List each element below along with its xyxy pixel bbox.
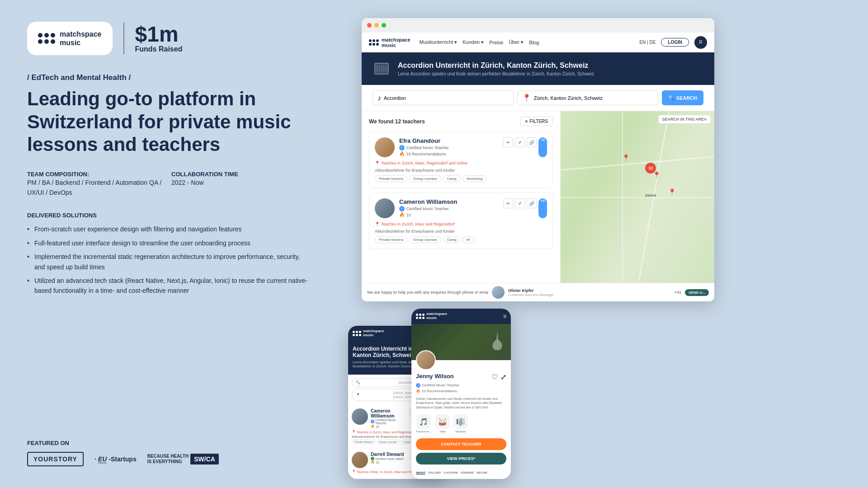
contact-info: Olivier Kipfer Customer Success Manager [508, 288, 671, 297]
funds-amount: $1m [135, 23, 183, 45]
hero-title: Accordion Unterricht in Zürich, Kanton Z… [398, 61, 594, 70]
teacher-location: 📍 Teaches in Zurich, Maur, Regensdorf an… [375, 161, 547, 165]
solutions-list: From-scratch user experience design with… [27, 224, 312, 296]
swica-logo: BECAUSE HEALTHIS EVERYTHING SW/CA [147, 454, 219, 465]
strip-text: We are happy to help you with any enquir… [367, 290, 488, 295]
link-icon[interactable]: 🔗 [527, 198, 537, 208]
teacher-description: Akkordeonlehrer für Erwachsene und Kinde… [375, 229, 547, 234]
avatar [375, 198, 395, 218]
instrument-item: 🥁 Tabla [435, 414, 450, 433]
map-pin[interactable]: 📍 [653, 171, 660, 178]
lang-selector[interactable]: EN | DE [639, 40, 656, 45]
teacher-cover-image [411, 324, 511, 360]
tab-courses[interactable]: COURSES [461, 471, 474, 474]
logo-text: matchspace music [60, 30, 102, 47]
featured-label: FEATURED ON [27, 440, 312, 446]
avatar [416, 350, 436, 370]
contact-teacher-button[interactable]: CONTACT TEACHER [416, 438, 506, 450]
right-panel: matchspacemusic Musikunterricht ▾ Kunden… [339, 0, 868, 488]
map-pin[interactable]: 📍 [622, 154, 630, 161]
instrument-search[interactable]: ♪ [373, 90, 514, 105]
tag[interactable]: Group courses [409, 175, 441, 182]
tag[interactable]: Private lessons [375, 175, 407, 182]
heart-icon[interactable]: ♡ [491, 373, 498, 381]
hero-banner: Accordion Unterricht in Zürich, Kanton Z… [362, 52, 714, 85]
map-city-label: Zürich [645, 193, 656, 197]
view-prices-button[interactable]: VIEW PRICES* [416, 453, 506, 465]
nav-preise[interactable]: Preise [489, 40, 503, 45]
tab-recommendations[interactable]: RECOM... [476, 471, 489, 474]
results-list: We found 12 teachers ≡ FILTERS [362, 111, 561, 283]
contact-strip: We are happy to help you with any enquir… [362, 283, 714, 301]
mobile-right-mockup: matchspacemusic ≡ Jenny Wilson [411, 309, 511, 479]
logo-section: matchspace music $1m Funds Raised [27, 22, 312, 55]
instruments-row: 🎵 Transverse... 🥁 Tabla 🎼 Steelpan [416, 414, 506, 433]
list-item: From-scratch user experience design with… [27, 224, 312, 234]
teacher-description: Akkordeonlehrer für Erwachsene und Kinde… [375, 168, 547, 173]
filters-button[interactable]: ≡ FILTERS [520, 117, 553, 126]
instrument-silhouette [488, 328, 506, 356]
list-item: Utilized an advanced tech stack (React N… [27, 276, 312, 296]
map-pin[interactable]: 📍 [668, 188, 676, 196]
location-search[interactable]: 📍 [517, 90, 658, 105]
table-row[interactable]: Efra Ghandour ✓ Certified Music Teacher … [369, 131, 553, 188]
nav-musikunterricht[interactable]: Musikunterricht ▾ [420, 39, 458, 45]
tag[interactable]: Group courses [409, 236, 441, 243]
close-icon [367, 23, 372, 28]
verified-icon: ✓ [371, 457, 374, 460]
edit-icon[interactable]: ✐ [515, 137, 525, 147]
edit-icon[interactable]: ✐ [515, 198, 525, 208]
map-panel: 📍 📍 📍 12 SEARCH IN THIS AREA Zürich [561, 111, 714, 283]
teacher-name: Cameron Williamson [399, 198, 457, 205]
team-section: TEAM COMPOSITION: PM / BA / Backend / Fr… [27, 171, 168, 198]
register-button[interactable]: R [694, 36, 707, 49]
map-search-button[interactable]: SEARCH IN THIS AREA [658, 115, 711, 124]
tag[interactable]: Private lessons [375, 236, 407, 243]
search-button[interactable]: 🔍 SEARCH [662, 90, 703, 105]
tag[interactable]: W [462, 236, 474, 243]
expand-icon [382, 23, 386, 28]
avatar [352, 452, 368, 468]
contact-avatar [492, 286, 505, 299]
collab-value: 2022 - Now [171, 178, 312, 188]
certified-icon: ✓ [399, 145, 405, 150]
certified-icon: ✓ [371, 420, 374, 423]
nav-kunden[interactable]: Kunden ▾ [462, 39, 484, 45]
tag[interactable]: Workshop [462, 175, 487, 182]
app-navbar: matchspacemusic Musikunterricht ▾ Kunden… [362, 33, 714, 52]
tag[interactable]: Camp [443, 175, 461, 182]
main-title: Leading go-to platform in Switzerland fo… [27, 88, 312, 156]
list-item: Full-featured user interface design to s… [27, 238, 312, 248]
pencil-icon[interactable]: ✏ [503, 198, 513, 208]
login-button[interactable]: LOGIN [661, 38, 689, 47]
minimize-icon [374, 23, 379, 28]
nav-ueber[interactable]: Über ▾ [509, 39, 524, 45]
tab-location[interactable]: LOCATION [444, 471, 458, 474]
share-icon[interactable]: ⤢ [500, 373, 506, 381]
tab-gallery[interactable]: GALLERY [428, 471, 441, 474]
tab-about[interactable]: ABOUT [416, 471, 425, 474]
hamburger-icon[interactable]: ≡ [503, 313, 506, 319]
teacher-detail-info: Jenny Wilson ♡ ⤢ ✓ Certified Music Teach… [411, 360, 511, 479]
tag[interactable]: Camp [443, 236, 461, 243]
results-area: We found 12 teachers ≡ FILTERS [362, 111, 714, 283]
nav-right: EN | DE LOGIN R [639, 36, 707, 49]
tag[interactable]: Private lessons [352, 440, 376, 444]
dot [51, 33, 55, 38]
matchspace-logo[interactable]: matchspace music [27, 22, 113, 55]
phone-number: +41 [675, 290, 681, 295]
location-input[interactable] [534, 95, 653, 101]
eu-startups-logo: ·EU-Startups [94, 455, 137, 463]
tag[interactable]: Group courses [377, 440, 400, 444]
nav-blog[interactable]: Blog [529, 40, 539, 45]
avatar [352, 408, 368, 425]
tags-row: Private lessons Group courses Camp W [375, 236, 547, 243]
instrument-input[interactable] [384, 95, 509, 101]
table-row[interactable]: Cameron Williamson ✓ Certified Music Tea… [369, 192, 553, 249]
map-cluster[interactable]: 12 [645, 163, 656, 174]
send-button[interactable]: SEND U... [685, 289, 709, 296]
link-icon[interactable]: 🔗 [527, 137, 537, 147]
pencil-icon[interactable]: ✏ [503, 137, 513, 147]
collab-label: COLLABORATION TIME [171, 171, 312, 178]
browser-bar [362, 18, 714, 33]
